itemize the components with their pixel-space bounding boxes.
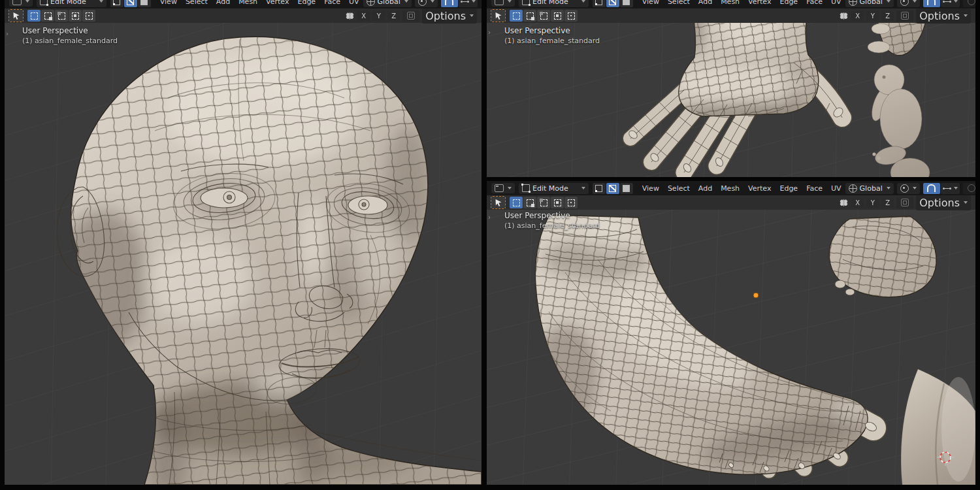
tool-mode-extend-button[interactable]	[523, 10, 536, 22]
toolbar-collapse-arrow[interactable]: ›	[488, 214, 491, 221]
options-label: Options	[919, 197, 960, 209]
mirror-x-button[interactable]: X	[851, 198, 864, 208]
menu-edge[interactable]: Edge	[779, 0, 798, 6]
menu-face[interactable]: Face	[806, 0, 823, 6]
proportional-edit-toggle[interactable]	[481, 0, 482, 7]
orientation-dropdown[interactable]: Global	[845, 0, 894, 7]
menu-vertex[interactable]: Vertex	[748, 0, 771, 6]
toolbar-collapse-arrow[interactable]: ›	[488, 29, 491, 36]
options-dropdown[interactable]: Options	[916, 195, 971, 210]
mode-selector[interactable]: Edit Mode	[519, 183, 589, 194]
tool-mode-set-button[interactable]	[510, 10, 523, 22]
editor-type-button[interactable]	[491, 183, 515, 193]
toolbar-collapse-arrow[interactable]: ›	[6, 30, 8, 37]
menu-edge[interactable]: Edge	[297, 0, 316, 6]
snap-magnet-icon	[927, 0, 936, 5]
snap-toggle[interactable]	[923, 183, 940, 194]
menu-view[interactable]: View	[642, 0, 659, 6]
vertex-select-button[interactable]	[593, 0, 606, 7]
proportional-edit-toggle[interactable]	[963, 0, 975, 7]
active-tool-button[interactable]	[491, 10, 505, 22]
menu-uv[interactable]: UV	[831, 184, 841, 193]
menu-select[interactable]: Select	[668, 184, 690, 193]
mode-selector[interactable]: Edit Mode	[519, 0, 589, 7]
snap-symmetry-button[interactable]	[402, 10, 419, 22]
chevron-down-icon	[470, 14, 474, 17]
snap-symmetry-button[interactable]	[896, 10, 913, 22]
tool-mode-subtract-button[interactable]	[537, 197, 550, 208]
mirror-y-button[interactable]: Y	[866, 11, 879, 21]
mirror-z-button[interactable]: Z	[881, 198, 894, 208]
options-dropdown[interactable]: Options	[422, 8, 477, 24]
edge-select-button[interactable]	[606, 183, 619, 194]
tool-mode-intersect-button[interactable]	[82, 10, 95, 22]
tool-mode-intersect-button[interactable]	[564, 10, 578, 22]
active-tool-button[interactable]	[9, 10, 23, 22]
edge-select-button[interactable]	[606, 0, 619, 7]
menu-view[interactable]: View	[160, 0, 177, 6]
menu-vertex[interactable]: Vertex	[266, 0, 289, 6]
face-select-button[interactable]	[620, 0, 633, 7]
tool-mode-extend-button[interactable]	[523, 197, 536, 208]
head-3d-region[interactable]	[5, 0, 482, 485]
menu-mesh[interactable]: Mesh	[721, 184, 740, 193]
menu-face[interactable]: Face	[324, 0, 340, 6]
menu-edge[interactable]: Edge	[779, 184, 798, 193]
face-select-button[interactable]	[620, 183, 633, 194]
snap-settings-dropdown[interactable]	[941, 0, 960, 7]
pivot-point-dropdown[interactable]	[897, 183, 920, 194]
edge-select-button[interactable]	[124, 0, 137, 7]
menu-uv[interactable]: UV	[831, 0, 841, 6]
editor-type-button[interactable]	[491, 0, 515, 7]
menu-add[interactable]: Add	[216, 0, 230, 6]
mirror-x-button[interactable]: X	[357, 11, 370, 21]
tool-mode-subtract-button[interactable]	[537, 10, 550, 22]
tool-mode-invert-button[interactable]	[551, 10, 564, 22]
orientation-dropdown[interactable]: Global	[845, 183, 894, 194]
vertex-select-button[interactable]	[593, 183, 606, 194]
foot-3d-region[interactable]	[487, 181, 975, 485]
menu-mesh[interactable]: Mesh	[238, 0, 257, 6]
snap-settings-dropdown[interactable]	[941, 183, 960, 194]
tool-mode-set-button[interactable]	[27, 10, 41, 22]
hand-3d-region[interactable]	[487, 0, 975, 177]
mirror-z-button[interactable]: Z	[387, 11, 400, 21]
menu-mesh[interactable]: Mesh	[721, 0, 740, 6]
orientation-label: Global	[860, 184, 883, 193]
mirror-z-button[interactable]: Z	[881, 11, 894, 21]
vertex-select-button[interactable]	[110, 0, 123, 7]
mirror-y-button[interactable]: Y	[372, 11, 385, 21]
mirror-x-button[interactable]: X	[851, 11, 864, 21]
options-dropdown[interactable]: Options	[916, 8, 971, 24]
tool-mode-extend-button[interactable]	[41, 10, 54, 22]
tool-mode-intersect-button[interactable]	[564, 197, 578, 208]
orientation-dropdown[interactable]: Global	[363, 0, 412, 7]
mirror-y-button[interactable]: Y	[866, 198, 879, 208]
tool-mode-invert-button[interactable]	[551, 197, 564, 208]
tool-mode-subtract-button[interactable]	[55, 10, 68, 22]
menu-select[interactable]: Select	[186, 0, 208, 6]
menu-add[interactable]: Add	[698, 184, 712, 193]
menu-uv[interactable]: UV	[349, 0, 359, 6]
mode-selector[interactable]: Edit Mode	[37, 0, 106, 7]
face-select-button[interactable]	[138, 0, 151, 7]
pivot-point-dropdown[interactable]	[897, 0, 920, 7]
menu-select[interactable]: Select	[668, 0, 690, 6]
menu-face[interactable]: Face	[806, 184, 823, 193]
active-tool-button[interactable]	[491, 197, 505, 208]
mode-label: Edit Mode	[532, 184, 568, 193]
snap-toggle[interactable]	[923, 0, 940, 7]
proportional-edit-toggle[interactable]	[963, 183, 975, 194]
menu-view[interactable]: View	[642, 184, 659, 193]
snap-toggle[interactable]	[441, 0, 458, 7]
chevron-down-icon	[913, 187, 917, 189]
snap-settings-dropdown[interactable]	[459, 0, 478, 7]
menu-add[interactable]: Add	[698, 0, 712, 6]
tool-mode-set-button[interactable]	[510, 197, 523, 208]
editor-type-button[interactable]	[9, 0, 33, 7]
menu-vertex[interactable]: Vertex	[748, 184, 771, 193]
snap-symmetry-button[interactable]	[896, 197, 913, 208]
tool-settings-row: X Y Z Options	[487, 195, 975, 210]
pivot-point-dropdown[interactable]	[415, 0, 438, 7]
tool-mode-invert-button[interactable]	[69, 10, 82, 22]
